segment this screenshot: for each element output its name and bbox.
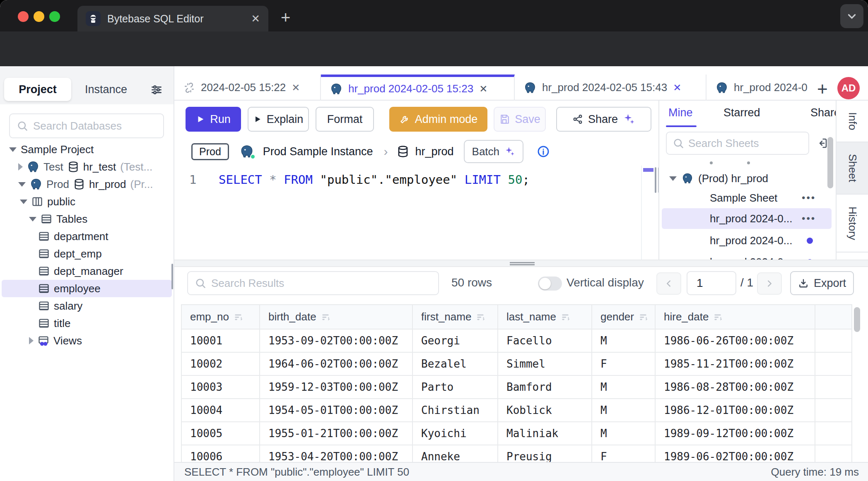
close-tab-icon[interactable]: ✕ bbox=[479, 83, 487, 95]
caret-down-icon[interactable] bbox=[9, 147, 17, 152]
cell[interactable]: Kyoichi bbox=[412, 422, 498, 445]
close-tab-icon[interactable]: ✕ bbox=[673, 82, 681, 94]
tab-shared[interactable]: Shared w bbox=[810, 106, 836, 119]
tree-item-prod-db[interactable]: Prod hr_prod (Pr... bbox=[0, 176, 174, 193]
column-header[interactable]: hire_date bbox=[655, 305, 815, 329]
cell[interactable]: 10004 bbox=[182, 399, 260, 422]
sql-code-editor[interactable]: 1 SELECT * FROM "public"."employee" LIMI… bbox=[174, 166, 658, 260]
tab-instance[interactable]: Instance bbox=[81, 78, 131, 101]
window-zoom-button[interactable] bbox=[49, 11, 60, 22]
share-button[interactable]: Share bbox=[556, 107, 651, 132]
sheet-item[interactable]: hr_prod 2024-0... bbox=[659, 231, 836, 250]
search-databases-box[interactable] bbox=[9, 113, 164, 138]
cell[interactable]: Maliniak bbox=[498, 422, 592, 445]
page-number-box[interactable] bbox=[687, 271, 736, 295]
cell[interactable]: 1986-08-28T00:00:00Z bbox=[655, 375, 815, 399]
tree-item-tables[interactable]: Tables bbox=[0, 210, 174, 228]
search-results-box[interactable] bbox=[187, 271, 439, 295]
page-number-input[interactable] bbox=[687, 272, 735, 294]
column-header[interactable]: gender bbox=[592, 305, 655, 329]
table-row[interactable]: 100031959-12-03T00:00:00ZPartoBamfordM19… bbox=[182, 375, 852, 399]
window-close-button[interactable] bbox=[18, 11, 29, 22]
sheet-item-menu-icon[interactable]: ••• bbox=[802, 213, 816, 224]
prev-page-button[interactable] bbox=[656, 272, 681, 295]
close-tab-icon[interactable]: ✕ bbox=[292, 82, 300, 94]
batch-button[interactable]: Batch bbox=[464, 140, 524, 163]
sheet-tab-3[interactable]: hr_prod 2024-02-05 15:43 ✕ bbox=[515, 75, 706, 101]
caret-down-icon[interactable] bbox=[18, 182, 26, 187]
column-header[interactable]: emp_no bbox=[182, 305, 260, 329]
sheet-item[interactable]: Sample Sheet ••• bbox=[659, 188, 836, 207]
format-button[interactable]: Format bbox=[316, 107, 374, 132]
caret-down-icon[interactable] bbox=[20, 200, 27, 204]
cell[interactable]: 1985-11-21T00:00:00Z bbox=[655, 352, 815, 375]
cell[interactable]: 1953-04-20T00:00:00Z bbox=[260, 445, 412, 462]
cell[interactable]: Parto bbox=[412, 375, 498, 399]
cell[interactable]: 10005 bbox=[182, 422, 260, 445]
admin-mode-button[interactable]: Admin mode bbox=[389, 107, 487, 132]
cell[interactable]: 1953-09-02T00:00:00Z bbox=[260, 329, 412, 352]
search-sheets-box[interactable] bbox=[666, 132, 809, 155]
search-results-input[interactable] bbox=[211, 277, 432, 290]
panel-resize-handle-horizontal[interactable] bbox=[510, 262, 535, 265]
editor-minimap[interactable] bbox=[641, 166, 654, 260]
cell[interactable]: 1959-12-03T00:00:00Z bbox=[260, 375, 412, 399]
cell[interactable]: Simmel bbox=[498, 352, 592, 375]
caret-down-icon[interactable] bbox=[669, 176, 677, 181]
info-icon[interactable] bbox=[537, 145, 550, 158]
rail-tab-info[interactable]: Info bbox=[837, 101, 868, 142]
sort-filter-icon[interactable] bbox=[560, 312, 571, 322]
table-row[interactable]: 100041954-05-01T00:00:00ZChirstianKoblic… bbox=[182, 399, 852, 422]
cell[interactable]: 1954-05-01T00:00:00Z bbox=[260, 399, 412, 422]
sort-filter-icon[interactable] bbox=[321, 312, 331, 322]
cell[interactable]: 1964-06-02T00:00:00Z bbox=[260, 352, 412, 375]
sort-filter-icon[interactable] bbox=[475, 312, 486, 322]
tree-item-test-db[interactable]: Test hr_test (Test... bbox=[0, 158, 174, 176]
sheet-tab-1[interactable]: 2024-02-05 15:22 ✕ bbox=[174, 75, 321, 101]
import-sheet-icon[interactable] bbox=[816, 137, 828, 149]
cell[interactable]: 10001 bbox=[182, 329, 260, 352]
cell[interactable]: 10002 bbox=[182, 352, 260, 375]
cell[interactable]: M bbox=[592, 422, 655, 445]
cell[interactable]: 10003 bbox=[182, 375, 260, 399]
sheet-group-row[interactable]: (Prod) hr_prod bbox=[659, 169, 836, 188]
window-minimize-button[interactable] bbox=[34, 11, 44, 22]
cell[interactable]: 1989-06-02T00:00:00Z bbox=[655, 445, 815, 462]
browser-tab-close-icon[interactable]: ✕ bbox=[251, 12, 260, 25]
filter-settings-icon[interactable] bbox=[150, 83, 163, 96]
results-scrollbar[interactable] bbox=[854, 307, 860, 332]
cell[interactable]: Preusig bbox=[498, 445, 592, 462]
sheet-item-selected[interactable]: hr_prod 2024-0... ••• bbox=[662, 208, 832, 229]
cell[interactable]: Chirstian bbox=[412, 399, 498, 422]
caret-right-icon[interactable] bbox=[18, 163, 23, 171]
cell[interactable]: 10006 bbox=[182, 445, 260, 462]
table-row[interactable]: 100021964-06-02T00:00:00ZBezalelSimmelF1… bbox=[182, 352, 852, 375]
cell[interactable]: M bbox=[592, 399, 655, 422]
rail-tab-history[interactable]: History bbox=[837, 195, 868, 253]
search-databases-input[interactable] bbox=[33, 120, 157, 132]
new-sheet-tab-button[interactable]: + bbox=[817, 79, 828, 99]
sort-filter-icon[interactable] bbox=[638, 312, 649, 322]
tab-mine[interactable]: Mine bbox=[668, 106, 693, 119]
vertical-display-toggle[interactable] bbox=[538, 277, 562, 291]
sort-filter-icon[interactable] bbox=[233, 312, 244, 322]
cell[interactable]: M bbox=[592, 375, 655, 399]
cell[interactable]: Anneke bbox=[412, 445, 498, 462]
tree-item-table-salary[interactable]: salary bbox=[0, 297, 174, 315]
cell[interactable]: Georgi bbox=[412, 329, 498, 352]
cell[interactable]: F bbox=[592, 352, 655, 375]
cell[interactable]: Bezalel bbox=[412, 352, 498, 375]
browser-tab[interactable]: Bytebase SQL Editor ✕ bbox=[77, 6, 268, 31]
tree-item-views[interactable]: Views bbox=[0, 332, 174, 349]
sort-filter-icon[interactable] bbox=[713, 312, 723, 322]
cell[interactable]: Facello bbox=[498, 329, 592, 352]
cell[interactable]: 1955-01-21T00:00:00Z bbox=[260, 422, 412, 445]
sheet-item-clipped[interactable]: hr_prod 2024-0 bbox=[659, 253, 836, 260]
tab-search-chevron-icon[interactable] bbox=[840, 4, 863, 28]
cell[interactable]: F bbox=[592, 445, 655, 462]
new-browser-tab-button[interactable]: + bbox=[281, 9, 290, 26]
database-name[interactable]: hr_prod bbox=[415, 145, 453, 158]
tree-item-schema-public[interactable]: public bbox=[0, 193, 174, 210]
cell[interactable]: Bamford bbox=[498, 375, 592, 399]
column-header[interactable]: last_name bbox=[498, 305, 592, 329]
